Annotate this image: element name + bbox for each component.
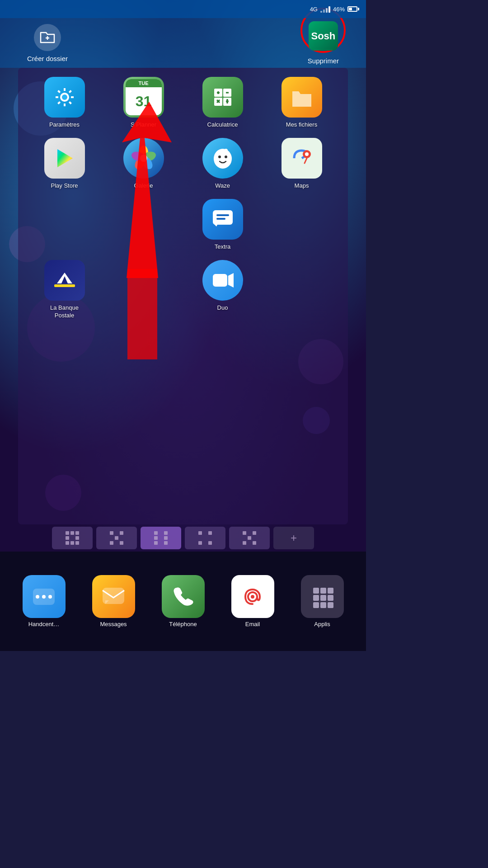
duo-label: Duo [217, 304, 228, 312]
app-mesfichiers[interactable]: Mes fichiers [264, 77, 339, 129]
page-indicator-4[interactable] [185, 527, 225, 549]
page-indicator-3[interactable] [141, 527, 181, 549]
maps-icon [282, 138, 322, 179]
battery-percent: 46% [333, 6, 345, 13]
app-galerie[interactable]: Galerie [106, 138, 181, 190]
app-grid-container: Paramètres TUE 31 S Planner [18, 68, 348, 524]
splanner-label: S Planner [131, 121, 156, 129]
playstore-icon [44, 138, 85, 179]
svg-point-45 [251, 595, 254, 599]
svg-marker-35 [228, 273, 234, 288]
battery-icon [347, 6, 359, 12]
applis-label: Applis [314, 621, 330, 627]
delete-area[interactable]: Sosh Supprimer [308, 21, 339, 65]
svg-rect-33 [54, 284, 75, 287]
telephone-icon [162, 575, 205, 618]
app-playstore[interactable]: Play Store [27, 138, 102, 190]
svg-point-22 [140, 155, 147, 162]
svg-rect-32 [216, 218, 225, 220]
page-add-button[interactable]: + [273, 527, 314, 549]
create-folder-button[interactable]: Créer dossier [27, 24, 68, 62]
app-empty-2 [106, 199, 181, 251]
svg-rect-31 [216, 214, 229, 216]
svg-rect-47 [320, 588, 326, 594]
app-row-3: Textra [27, 199, 339, 251]
svg-point-3 [62, 94, 67, 100]
svg-point-26 [224, 149, 228, 152]
svg-point-39 [36, 595, 39, 599]
page-indicator-2[interactable] [96, 527, 137, 549]
calculatrice-icon [202, 77, 243, 118]
svg-marker-16 [57, 149, 73, 167]
messages-icon [92, 575, 135, 618]
sosh-icon: Sosh [309, 21, 338, 51]
app-empty-5 [264, 260, 339, 320]
playstore-label: Play Store [51, 182, 78, 190]
parametres-label: Paramètres [49, 121, 80, 129]
svg-point-24 [218, 156, 221, 158]
svg-rect-51 [328, 595, 333, 601]
svg-point-29 [305, 152, 309, 156]
email-icon [231, 575, 274, 618]
app-parametres[interactable]: Paramètres [27, 77, 102, 129]
mesfichiers-label: Mes fichiers [286, 121, 317, 129]
email-label: Email [245, 621, 260, 627]
app-row-4: La Banque Postale Duo [27, 260, 339, 320]
textra-label: Textra [215, 243, 230, 251]
svg-rect-50 [320, 595, 326, 601]
page-indicator-1[interactable] [52, 527, 93, 549]
app-textra[interactable]: Textra [185, 199, 260, 251]
app-maps[interactable]: Maps [264, 138, 339, 190]
dock-applis[interactable]: Applis [301, 575, 344, 627]
telephone-label: Téléphone [169, 621, 197, 627]
delete-label: Supprimer [308, 57, 339, 65]
app-splanner[interactable]: TUE 31 S Planner [106, 77, 181, 129]
app-labanque[interactable]: La Banque Postale [27, 260, 102, 320]
dock-messages[interactable]: Messages [92, 575, 135, 627]
galerie-label: Galerie [134, 182, 153, 190]
dock-handcent[interactable]: Handcent… [23, 575, 66, 627]
waze-label: Waze [215, 182, 230, 190]
app-duo[interactable]: Duo [185, 260, 260, 320]
svg-point-14 [226, 102, 228, 104]
dock-email[interactable]: Email [231, 575, 274, 627]
page-indicator-5[interactable] [229, 527, 270, 549]
maps-label: Maps [295, 182, 309, 190]
dock-telephone[interactable]: Téléphone [162, 575, 205, 627]
waze-icon [202, 138, 243, 179]
messages-label: Messages [100, 621, 127, 627]
signal-icon [320, 5, 330, 13]
app-row-2: Play Store Galerie [27, 138, 339, 190]
app-calculatrice[interactable]: Calculatrice [185, 77, 260, 129]
create-folder-label: Créer dossier [27, 55, 68, 62]
svg-rect-48 [328, 588, 333, 594]
folder-plus-icon [34, 24, 61, 51]
labanque-icon [44, 260, 85, 301]
svg-rect-52 [313, 602, 319, 608]
bottom-dock: Handcent… Messages Téléphone [0, 552, 366, 651]
svg-rect-49 [313, 595, 319, 601]
top-action-bar: Créer dossier Sosh Supprimer [0, 18, 366, 68]
svg-rect-30 [213, 210, 233, 225]
status-bar: 4G 46% [0, 0, 366, 18]
labanque-label: La Banque Postale [50, 304, 79, 320]
handcent-icon [23, 575, 66, 618]
svg-rect-34 [213, 274, 227, 287]
svg-rect-53 [320, 602, 326, 608]
handcent-label: Handcent… [28, 621, 60, 627]
svg-rect-54 [328, 602, 333, 608]
svg-point-40 [42, 595, 46, 599]
svg-rect-46 [313, 588, 319, 594]
app-empty-4 [106, 260, 181, 320]
splanner-icon: TUE 31 [123, 77, 164, 118]
mesfichiers-icon [282, 77, 322, 118]
calculatrice-label: Calculatrice [207, 121, 238, 129]
textra-icon [202, 199, 243, 240]
network-type: 4G [310, 6, 318, 13]
galerie-icon [123, 138, 164, 179]
page-indicators: + [0, 524, 366, 552]
parametres-icon [44, 77, 85, 118]
app-empty-3 [264, 199, 339, 251]
app-waze[interactable]: Waze [185, 138, 260, 190]
app-empty-1 [27, 199, 102, 251]
